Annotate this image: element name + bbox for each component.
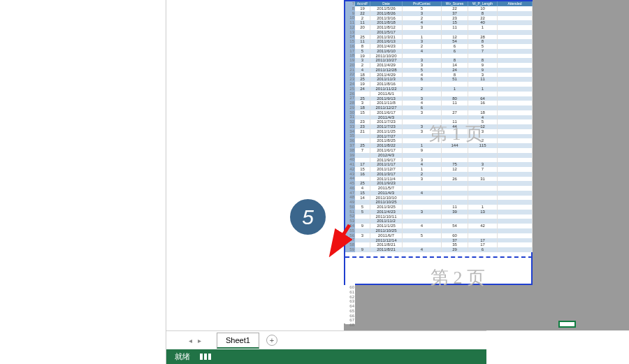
cell[interactable]: 51 [442, 77, 468, 82]
cell[interactable]: 5 [403, 233, 442, 238]
cell[interactable] [498, 124, 533, 129]
cell[interactable]: 3 [355, 233, 370, 238]
cell[interactable] [498, 233, 533, 238]
row-header[interactable]: 33 [345, 124, 355, 129]
cell[interactable] [403, 228, 442, 233]
cell[interactable]: 2011/12/28 [370, 68, 403, 73]
table-row[interactable]: 142011/10/10 [355, 196, 533, 201]
cell[interactable]: 16 [468, 101, 498, 105]
cell[interactable]: 12 [468, 124, 498, 129]
cell[interactable]: 9 [355, 247, 370, 252]
cell[interactable] [468, 186, 498, 191]
table-row[interactable]: 2011/7/27 [355, 134, 533, 139]
cell[interactable]: 2 [468, 138, 498, 143]
cell[interactable]: 9 [468, 63, 498, 68]
cell[interactable]: 18 [355, 105, 370, 110]
cell[interactable] [468, 148, 498, 153]
cell[interactable]: 23 [355, 124, 370, 129]
cell[interactable] [498, 228, 533, 233]
row-header[interactable]: 41 [345, 162, 355, 167]
cell[interactable]: 2011/1/17 [370, 162, 403, 167]
cell[interactable]: 4 [403, 224, 442, 228]
table-row[interactable]: 82011/4/23265 [355, 44, 533, 49]
cell[interactable]: 2 [403, 87, 442, 92]
cell[interactable]: 2011/8/16 [370, 82, 403, 87]
cell[interactable]: 2011/10/11 [370, 214, 403, 219]
cell[interactable] [498, 49, 533, 54]
row-header[interactable]: 45 [345, 181, 355, 186]
table-row[interactable]: 192011/10/20 [355, 54, 533, 59]
cell[interactable]: 2011/8/25 [370, 138, 403, 143]
cell[interactable]: 2 [355, 63, 370, 68]
cell[interactable]: 115 [468, 143, 498, 148]
cell[interactable] [468, 172, 498, 177]
cell[interactable] [498, 96, 533, 101]
row-header[interactable]: 55 [345, 228, 355, 233]
cell[interactable]: 4 [403, 162, 442, 167]
cell[interactable] [468, 233, 498, 238]
row-header[interactable]: 10 [345, 15, 355, 20]
row-header[interactable]: 63 [344, 299, 355, 304]
cell[interactable]: 3 [403, 11, 442, 16]
cell[interactable] [498, 238, 533, 243]
cell[interactable]: 8 [468, 11, 498, 16]
cell[interactable]: 3 [403, 25, 442, 30]
cell[interactable] [355, 92, 370, 96]
cell[interactable]: 6 [442, 49, 468, 54]
table-row[interactable]: 2011/4/34 [355, 115, 533, 120]
cell[interactable] [468, 191, 498, 196]
add-sheet-button[interactable]: + [266, 335, 277, 346]
cell[interactable] [498, 82, 533, 87]
cell[interactable]: 2011/9/23 [370, 181, 403, 186]
row-header[interactable]: 36 [345, 138, 355, 143]
cell[interactable]: 2012/4/3 [370, 153, 403, 158]
cell[interactable] [498, 224, 533, 228]
row-header[interactable]: 15 [345, 39, 355, 44]
cell[interactable]: 4 [403, 247, 442, 252]
table-row[interactable]: 2011/10/25 [355, 228, 533, 233]
cell[interactable]: 25 [355, 143, 370, 148]
cell[interactable]: 5 [355, 205, 370, 210]
cell[interactable]: 4 [403, 73, 442, 78]
cell[interactable]: 25 [355, 181, 370, 186]
cell[interactable]: 2011/3/21 [370, 35, 403, 40]
cell[interactable]: 42 [468, 224, 498, 228]
cell[interactable] [403, 134, 442, 139]
cell[interactable] [442, 115, 468, 120]
cell[interactable] [468, 228, 498, 233]
cell[interactable] [442, 196, 468, 201]
cell[interactable]: 2011/9/13 [370, 96, 403, 101]
cell[interactable] [498, 58, 533, 63]
cell[interactable] [498, 247, 533, 252]
cell[interactable] [468, 219, 498, 224]
cell[interactable] [498, 105, 533, 110]
cell[interactable] [468, 158, 498, 163]
table-row[interactable]: 2011/8/252 [355, 138, 533, 143]
cell[interactable] [442, 186, 468, 191]
cell[interactable]: 2011/10/27 [370, 58, 403, 63]
table-row[interactable]: 2011/10/11 [355, 214, 533, 219]
cell[interactable]: 15 [355, 191, 370, 196]
cell[interactable]: 35 [442, 242, 468, 247]
table-row[interactable]: 232011/7/23115 [355, 119, 533, 124]
row-header[interactable]: 40 [345, 157, 355, 162]
cell[interactable] [403, 200, 442, 205]
cell[interactable] [403, 181, 442, 186]
cell[interactable]: 2011/7/27 [370, 134, 403, 139]
cell[interactable] [498, 134, 533, 139]
cell[interactable]: 17 [355, 162, 370, 167]
cell[interactable]: 25 [355, 96, 370, 101]
cell[interactable] [498, 63, 533, 68]
row-header[interactable]: 31 [345, 115, 355, 119]
cell[interactable]: 3 [403, 110, 442, 115]
cell[interactable]: 75 [442, 162, 468, 167]
table-row[interactable]: 252011/3/2111228 [355, 35, 533, 40]
cell[interactable] [355, 228, 370, 233]
cell[interactable]: 20 [355, 25, 370, 30]
cell[interactable] [498, 200, 533, 205]
cell[interactable]: 3 [403, 96, 442, 101]
cell[interactable] [498, 186, 533, 191]
row-header[interactable]: 49 [345, 200, 355, 205]
cell[interactable] [355, 242, 370, 247]
cell[interactable]: 21 [355, 129, 370, 134]
